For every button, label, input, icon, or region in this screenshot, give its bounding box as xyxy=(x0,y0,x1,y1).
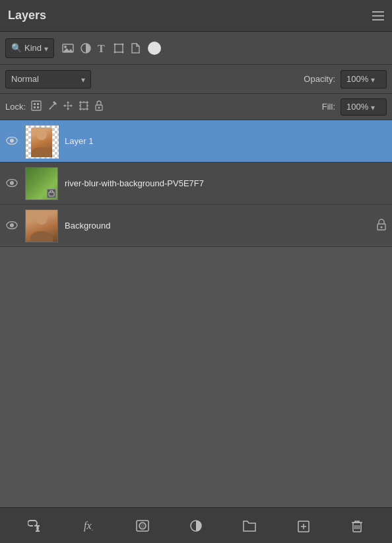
layer-thumbnail xyxy=(25,125,58,158)
visibility-toggle[interactable] xyxy=(5,135,18,147)
new-layer-button[interactable] xyxy=(292,514,315,538)
kind-filter-chevron xyxy=(44,42,48,54)
svg-point-7 xyxy=(122,43,124,45)
circle-half-filter-icon[interactable] xyxy=(81,43,91,54)
layer-name: Background xyxy=(65,221,370,231)
layer-item[interactable]: river-blur-with-background-PV5E7F7 xyxy=(0,163,392,205)
svg-rect-12 xyxy=(37,103,39,105)
fx-label: fx xyxy=(84,520,92,532)
fill-select[interactable]: 100% xyxy=(341,98,387,116)
lock-move-icon[interactable] xyxy=(63,100,73,113)
lock-label: Lock: xyxy=(5,102,26,112)
add-mask-button[interactable] xyxy=(131,514,154,538)
visibility-toggle[interactable] xyxy=(5,220,18,232)
kind-filter-label: Kind xyxy=(24,43,42,53)
svg-point-31 xyxy=(10,139,14,143)
svg-point-8 xyxy=(114,51,116,53)
layer-lock-icon xyxy=(376,219,387,233)
layer-thumbnail xyxy=(25,209,58,242)
svg-point-36 xyxy=(10,223,14,227)
svg-rect-10 xyxy=(32,101,41,110)
svg-rect-14 xyxy=(37,106,39,108)
visibility-toggle[interactable] xyxy=(5,178,18,190)
layer-thumbnail xyxy=(25,167,58,200)
lock-all-icon[interactable] xyxy=(94,100,104,113)
svg-rect-11 xyxy=(34,103,36,105)
new-adjustment-button[interactable] xyxy=(184,514,208,538)
filter-icons-group: T xyxy=(62,43,140,54)
svg-rect-34 xyxy=(49,192,54,196)
document-filter-icon[interactable] xyxy=(131,43,140,54)
fill-value: 100% xyxy=(346,102,368,112)
svg-point-33 xyxy=(10,181,14,185)
color-filter-circle xyxy=(148,42,161,55)
layer-item[interactable]: Background xyxy=(0,205,392,247)
blend-mode-select[interactable]: Normal xyxy=(5,70,91,89)
fill-label: Fill: xyxy=(322,102,335,112)
svg-point-9 xyxy=(122,51,124,53)
lock-pixels-icon[interactable] xyxy=(31,100,42,113)
lock-draw-icon[interactable] xyxy=(47,100,57,113)
bottom-toolbar: fx . xyxy=(0,507,392,543)
layer-item[interactable]: Layer 1 xyxy=(0,120,392,163)
new-group-button[interactable] xyxy=(238,514,261,538)
opacity-chevron xyxy=(371,73,375,85)
svg-marker-2 xyxy=(63,48,73,52)
kind-filter-select[interactable]: 🔍 Kind xyxy=(5,38,54,58)
svg-rect-15 xyxy=(81,102,87,109)
svg-point-29 xyxy=(98,107,100,109)
text-filter-icon[interactable]: T xyxy=(98,43,107,54)
svg-rect-5 xyxy=(115,44,123,52)
layers-empty-area xyxy=(0,247,392,507)
svg-rect-13 xyxy=(34,106,36,108)
lock-icons-group xyxy=(31,100,104,113)
blend-mode-chevron xyxy=(81,73,85,85)
opacity-value: 100% xyxy=(346,74,368,84)
blend-opacity-row: Normal Opacity: 100% xyxy=(0,65,392,94)
layers-panel-header: Layers xyxy=(0,0,392,32)
layer-name: Layer 1 xyxy=(65,136,387,146)
fx-button[interactable]: fx . xyxy=(77,514,100,538)
opacity-label: Opacity: xyxy=(304,74,335,84)
svg-point-38 xyxy=(381,226,383,228)
svg-point-40 xyxy=(139,523,146,529)
lock-fill-row: Lock: xyxy=(0,94,392,120)
panel-menu-button[interactable] xyxy=(372,11,384,20)
svg-point-1 xyxy=(64,46,67,48)
opacity-select[interactable]: 100% xyxy=(341,70,387,89)
search-icon: 🔍 xyxy=(11,43,22,53)
lock-artboard-icon[interactable] xyxy=(79,100,89,113)
image-filter-icon[interactable] xyxy=(62,44,74,53)
svg-point-6 xyxy=(114,43,116,45)
filter-bar: 🔍 Kind T xyxy=(0,32,392,65)
fill-chevron xyxy=(371,101,375,113)
layers-list: Layer 1 river-blur-with-background-PV5E7… xyxy=(0,120,392,247)
link-layers-button[interactable] xyxy=(23,514,47,538)
layer-name: river-blur-with-background-PV5E7F7 xyxy=(65,178,387,188)
blend-mode-value: Normal xyxy=(11,74,79,84)
transform-filter-icon[interactable] xyxy=(114,43,124,54)
delete-layer-button[interactable] xyxy=(345,514,369,538)
svg-text:T: T xyxy=(98,43,105,54)
panel-title: Layers xyxy=(8,9,46,22)
fx-subscript: . xyxy=(92,525,94,532)
